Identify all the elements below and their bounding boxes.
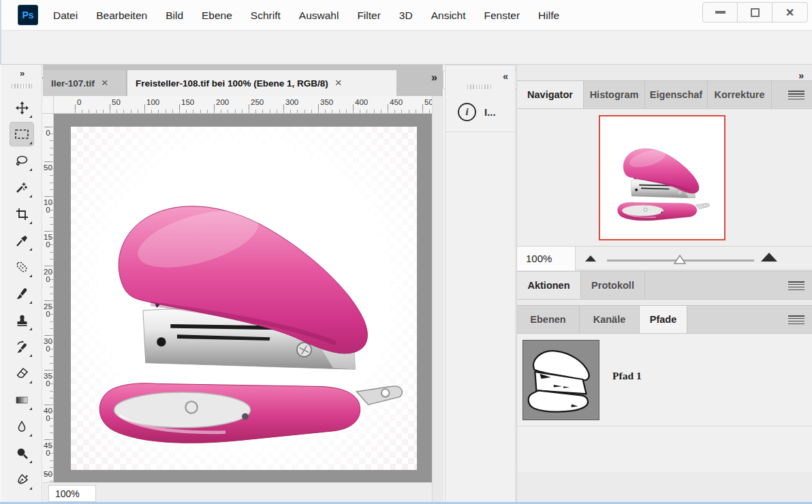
ruler-label: 50: [44, 164, 52, 172]
menu-3d[interactable]: 3D: [399, 10, 413, 22]
dodge-tool[interactable]: [10, 441, 34, 465]
lasso-icon: [15, 155, 29, 168]
tab-aktionen[interactable]: Aktionen: [517, 272, 581, 299]
document-tab-active[interactable]: Freisteller-108.tif bei 100% (Ebene 1, R…: [127, 70, 396, 96]
water-drop-icon: [16, 420, 28, 433]
tab-protokoll[interactable]: Protokoll: [581, 272, 645, 299]
menu-ebene[interactable]: Ebene: [202, 10, 232, 22]
actions-tab-bar: Aktionen Protokoll: [517, 271, 812, 300]
ruler-corner: [43, 96, 54, 114]
ruler-label: 50: [424, 98, 432, 106]
tab-ebenen[interactable]: Ebenen: [517, 306, 580, 333]
tab-kanaele[interactable]: Kanäle: [580, 306, 640, 333]
gradient-tool[interactable]: [10, 388, 34, 412]
info-icon: i: [458, 103, 476, 121]
info-panel-button[interactable]: i I...: [446, 93, 515, 132]
zoom-slider-handle[interactable]: [674, 255, 686, 265]
ruler-label: 100: [44, 199, 52, 214]
navigator-thumbnail-image: [610, 126, 713, 227]
zoom-level-field[interactable]: 100%: [48, 485, 96, 502]
move-icon: [16, 101, 29, 114]
navigator-proxy-view[interactable]: [599, 115, 725, 240]
layers-tab-bar: Ebenen Kanäle Pfade: [517, 305, 812, 334]
ruler-label: 300: [44, 338, 52, 353]
menu-filter[interactable]: Filter: [357, 10, 380, 22]
menu-schrift[interactable]: Schrift: [251, 10, 281, 22]
menu-datei[interactable]: Datei: [53, 10, 78, 22]
tab-navigator[interactable]: Navigator: [517, 81, 584, 108]
ruler-label: 250: [251, 98, 264, 106]
maximize-icon: [751, 8, 760, 17]
menu-bild[interactable]: Bild: [166, 10, 183, 22]
menu-hilfe[interactable]: Hilfe: [538, 10, 559, 22]
minimize-button[interactable]: [703, 3, 738, 22]
eraser-tool[interactable]: [10, 361, 34, 385]
magic-wand-tool[interactable]: [10, 175, 34, 200]
ruler-label: 200: [216, 98, 229, 106]
history-brush-tool[interactable]: [10, 334, 34, 359]
tab-overflow-chevron[interactable]: »: [431, 72, 436, 84]
brush-tool[interactable]: [10, 281, 34, 306]
tools-grip[interactable]: [12, 84, 32, 89]
path-thumbnail[interactable]: [522, 340, 599, 420]
rectangular-marquee-tool[interactable]: [10, 122, 34, 146]
ruler-label: 350: [44, 373, 52, 388]
navigator-zoom-field[interactable]: 100%: [517, 247, 576, 270]
horizontal-ruler: 0 50 100 150 200 250 300 350 400 450 50: [54, 96, 432, 114]
marquee-icon: [14, 128, 29, 140]
close-tab-icon[interactable]: ×: [102, 76, 108, 90]
menu-ansicht[interactable]: Ansicht: [431, 10, 466, 22]
expand-dock-chevron[interactable]: »: [798, 70, 802, 81]
tab-eigenschaften[interactable]: Eigenschaf: [645, 81, 708, 108]
blur-tool[interactable]: [10, 414, 34, 439]
crop-tool[interactable]: [10, 202, 34, 226]
document-tab-inactive[interactable]: ller-107.tif ×: [43, 70, 127, 96]
ruler-label: 200: [44, 268, 52, 283]
stamp-icon: [16, 314, 29, 327]
path-silhouette: [523, 341, 599, 420]
stapler-image: [74, 132, 414, 463]
close-button[interactable]: ×: [772, 3, 807, 22]
menu-auswahl[interactable]: Auswahl: [299, 10, 339, 22]
zoom-in-icon[interactable]: [761, 253, 777, 262]
toolbar: [1, 95, 42, 494]
panel-menu-icon[interactable]: [788, 91, 805, 99]
ruler-label: 150: [181, 98, 194, 106]
zoom-out-icon[interactable]: [585, 255, 596, 262]
ruler-label: 150: [44, 234, 52, 249]
eyedropper-icon: [16, 234, 29, 247]
ruler-label: 0: [77, 98, 81, 106]
collapse-panel-chevron[interactable]: «: [503, 71, 507, 82]
gradient-icon: [15, 394, 29, 406]
ruler-label: 0: [44, 129, 52, 137]
ruler-label: 250: [44, 303, 52, 318]
spot-healing-brush-tool[interactable]: [10, 255, 34, 279]
menu-bearbeiten[interactable]: Bearbeiten: [96, 10, 147, 22]
crop-icon: [16, 208, 29, 221]
pen-icon: [16, 473, 29, 486]
panel-menu-icon[interactable]: [788, 315, 805, 324]
maximize-button[interactable]: [738, 3, 772, 22]
close-tab-icon[interactable]: ×: [335, 76, 342, 90]
menu-fenster[interactable]: Fenster: [484, 10, 520, 22]
magic-wand-icon: [15, 181, 29, 194]
tools-expand-chevron[interactable]: »: [1, 68, 42, 78]
tab-pfade[interactable]: Pfade: [640, 306, 687, 333]
photoshop-logo: Ps: [18, 5, 38, 25]
panel-grip[interactable]: [467, 84, 493, 89]
pen-tool[interactable]: [10, 467, 34, 492]
vertical-scrollbar[interactable]: [432, 96, 443, 504]
move-tool[interactable]: [10, 95, 34, 120]
eyedropper-tool[interactable]: [10, 228, 34, 253]
panel-menu-icon[interactable]: [788, 281, 805, 290]
bandage-icon: [15, 260, 29, 274]
tab-histogramm[interactable]: Histogram: [584, 81, 645, 108]
path-list-item[interactable]: Pfad 1: [517, 334, 812, 426]
ruler-label: 350: [320, 98, 333, 106]
tab-korrekturen[interactable]: Korrekture: [708, 81, 772, 108]
lasso-tool[interactable]: [10, 148, 34, 173]
clone-stamp-tool[interactable]: [10, 308, 34, 332]
document-canvas[interactable]: [71, 127, 417, 470]
canvas-pasteboard[interactable]: [54, 114, 432, 482]
ruler-label: 100: [146, 98, 159, 106]
